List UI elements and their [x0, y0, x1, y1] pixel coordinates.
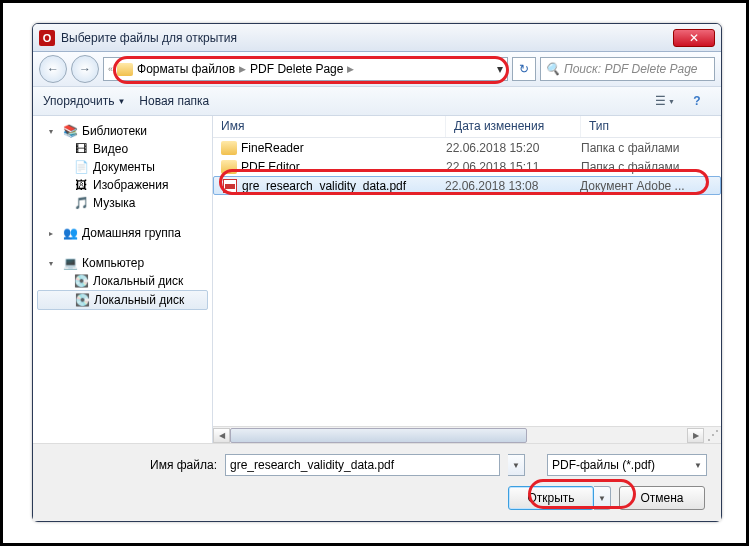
bottom-panel: Имя файла: ▼ PDF-файлы (*.pdf)▼ Открыть … [33, 443, 721, 521]
sidebar-music[interactable]: 🎵Музыка [37, 194, 208, 212]
document-icon: 📄 [73, 160, 89, 174]
sidebar-libraries[interactable]: ▾📚Библиотеки [37, 122, 208, 140]
file-type-filter[interactable]: PDF-файлы (*.pdf)▼ [547, 454, 707, 476]
arrow-left-icon: ← [47, 62, 59, 76]
open-file-dialog: O Выберите файлы для открытия ✕ ← → « Фо… [32, 23, 722, 522]
homegroup-icon: 👥 [62, 226, 78, 240]
chevron-right-icon: ▶ [239, 64, 246, 74]
computer-icon: 💻 [62, 256, 78, 270]
refresh-icon: ↻ [519, 62, 529, 76]
column-type[interactable]: Тип [581, 116, 721, 137]
folder-icon [221, 160, 237, 174]
scroll-left-icon[interactable]: ◀ [213, 428, 230, 443]
titlebar: O Выберите файлы для открытия ✕ [33, 24, 721, 52]
folder-icon [221, 141, 237, 155]
scroll-right-icon[interactable]: ▶ [687, 428, 704, 443]
sidebar-disk[interactable]: 💽Локальный диск [37, 272, 208, 290]
sidebar-homegroup[interactable]: ▸👥Домашняя группа [37, 224, 208, 242]
forward-button[interactable]: → [71, 55, 99, 83]
collapse-icon: ▾ [49, 259, 58, 268]
chevron-down-icon: ▼ [117, 97, 125, 106]
disk-icon: 💽 [74, 293, 90, 307]
folder-icon [117, 63, 133, 76]
chevron-down-icon[interactable]: ▾ [497, 62, 503, 76]
file-row[interactable]: gre_research_validity_data.pdf 22.06.201… [213, 176, 721, 195]
scrollbar-thumb[interactable] [230, 428, 527, 443]
search-icon: 🔍 [545, 62, 560, 76]
column-name[interactable]: Имя [213, 116, 446, 137]
image-icon: 🖼 [73, 178, 89, 192]
sidebar-disk[interactable]: 💽Локальный диск [37, 290, 208, 310]
column-headers: Имя Дата изменения Тип [213, 116, 721, 138]
help-button[interactable]: ? [683, 90, 711, 112]
breadcrumb-part[interactable]: Форматы файлов [137, 62, 235, 76]
back-button[interactable]: ← [39, 55, 67, 83]
sidebar-computer[interactable]: ▾💻Компьютер [37, 254, 208, 272]
filename-label: Имя файла: [47, 458, 217, 472]
filename-history-button[interactable]: ▼ [508, 454, 525, 476]
chevron-down-icon: ▼ [694, 461, 702, 470]
chevron-right-icon: ▶ [347, 64, 354, 74]
close-button[interactable]: ✕ [673, 29, 715, 47]
window-title: Выберите файлы для открытия [61, 31, 673, 45]
help-icon: ? [693, 94, 700, 108]
breadcrumb[interactable]: « Форматы файлов ▶ PDF Delete Page ▶ ▾ [103, 57, 508, 81]
sidebar-video[interactable]: 🎞Видео [37, 140, 208, 158]
collapse-icon: ▾ [49, 127, 58, 136]
search-input[interactable]: 🔍 Поиск: PDF Delete Page [540, 57, 715, 81]
file-row[interactable]: FineReader 22.06.2018 15:20 Папка с файл… [213, 138, 721, 157]
new-folder-button[interactable]: Новая папка [139, 94, 209, 108]
horizontal-scrollbar[interactable]: ◀ ▶ ⋰ [213, 426, 721, 443]
expand-icon: ▸ [49, 229, 58, 238]
toolbar: Упорядочить▼ Новая папка ☰▼ ? [33, 86, 721, 116]
column-date[interactable]: Дата изменения [446, 116, 581, 137]
pdf-icon [222, 179, 238, 193]
resize-grip-icon: ⋰ [704, 428, 721, 443]
disk-icon: 💽 [73, 274, 89, 288]
open-button[interactable]: Открыть [508, 486, 594, 510]
file-row[interactable]: PDF Editor 22.06.2018 15:11 Папка с файл… [213, 157, 721, 176]
view-icon: ☰ [655, 94, 666, 108]
sidebar-images[interactable]: 🖼Изображения [37, 176, 208, 194]
filename-input[interactable] [225, 454, 500, 476]
sidebar: ▾📚Библиотеки 🎞Видео 📄Документы 🖼Изображе… [33, 116, 213, 443]
breadcrumb-part[interactable]: PDF Delete Page [250, 62, 343, 76]
view-mode-button[interactable]: ☰▼ [651, 90, 679, 112]
cancel-button[interactable]: Отмена [619, 486, 705, 510]
search-placeholder: Поиск: PDF Delete Page [564, 62, 698, 76]
music-icon: 🎵 [73, 196, 89, 210]
refresh-button[interactable]: ↻ [512, 57, 536, 81]
nav-row: ← → « Форматы файлов ▶ PDF Delete Page ▶… [33, 52, 721, 86]
file-list: Имя Дата изменения Тип FineReader 22.06.… [213, 116, 721, 443]
close-icon: ✕ [689, 31, 699, 45]
video-icon: 🎞 [73, 142, 89, 156]
library-icon: 📚 [62, 124, 78, 138]
open-split-button[interactable]: ▼ [594, 486, 611, 510]
app-icon: O [39, 30, 55, 46]
breadcrumb-back-icon: « [108, 64, 113, 74]
arrow-right-icon: → [79, 62, 91, 76]
organize-menu[interactable]: Упорядочить▼ [43, 94, 125, 108]
sidebar-documents[interactable]: 📄Документы [37, 158, 208, 176]
